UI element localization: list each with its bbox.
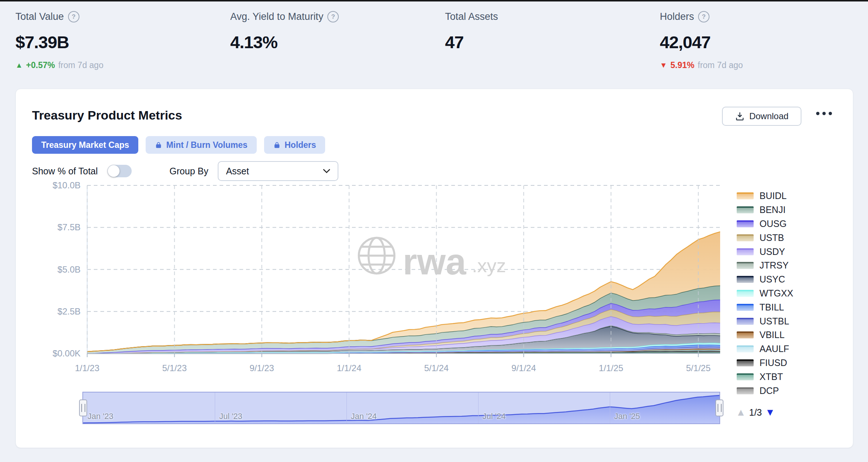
minimap-divider [215, 392, 215, 423]
legend-item-buidl[interactable]: BUIDL [737, 189, 793, 203]
y-axis-label: $5.0B [22, 264, 81, 275]
toggle-knob [108, 165, 120, 177]
legend-swatch [737, 206, 754, 213]
tab-label: Mint / Burn Volumes [166, 140, 248, 150]
x-axis-label: 1/1/25 [599, 363, 623, 373]
download-button[interactable]: Download [722, 107, 801, 126]
stat-value: $7.39B [15, 32, 230, 52]
treasury-metrics-card: Treasury Product Metrics Download Treasu… [15, 89, 853, 448]
page-root: Total Value?$7.39B▲+0.57%from 7d agoAvg.… [0, 0, 868, 462]
legend-swatch [737, 345, 754, 352]
tab-mint-burn-volumes[interactable]: Mint / Burn Volumes [146, 136, 257, 154]
minimap-axis-label: Jul '24 [483, 412, 506, 421]
tab-holders[interactable]: Holders [264, 136, 326, 154]
triangle-up-icon: ▲ [15, 61, 23, 70]
legend-item-usyc[interactable]: USYC [737, 273, 793, 287]
x-axis-label: 9/1/23 [249, 363, 274, 373]
minimap-divider [478, 392, 479, 423]
stat-label: Total Assets [445, 11, 660, 22]
legend-swatch [737, 387, 754, 394]
legend-pager: ▲ 1/3 ▼ [736, 407, 775, 418]
top-border [0, 0, 868, 1]
legend-item-xtbt[interactable]: XTBT [737, 370, 793, 384]
tab-label: Holders [285, 140, 316, 150]
tab-treasury-market-caps[interactable]: Treasury Market Caps [32, 136, 138, 154]
legend-label: AAULF [760, 344, 789, 354]
legend-item-aaulf[interactable]: AAULF [737, 342, 793, 356]
stat-total-assets: Total Assets47 [445, 11, 660, 70]
legend-item-dcp[interactable]: DCP [737, 384, 793, 398]
stat-label-text: Total Value [15, 11, 64, 22]
show-pct-label: Show % of Total [32, 166, 98, 177]
x-axis-label: 5/1/23 [162, 363, 187, 373]
legend-label: DCP [760, 385, 779, 396]
legend-label: FIUSD [760, 358, 787, 368]
legend-swatch [737, 220, 754, 227]
minimap-range-selector[interactable]: Jan '23Jul '23Jan '24Jul '24Jan '25 [82, 392, 720, 424]
legend-swatch [737, 276, 754, 283]
group-by-label: Group By [170, 166, 209, 177]
stat-change: ▲+0.57%from 7d ago [15, 60, 230, 70]
chevron-down-icon [323, 169, 330, 173]
legend-item-ustbl[interactable]: USTBL [737, 314, 793, 328]
legend-item-ousg[interactable]: OUSG [737, 217, 793, 231]
stat-value: 4.13% [230, 32, 445, 52]
minimap-right-handle[interactable] [715, 399, 723, 416]
change-percent: +0.57% [26, 60, 55, 70]
y-axis-label: $10.0B [22, 180, 81, 191]
x-axis-label: 5/1/25 [686, 363, 711, 373]
legend-page-indicator: 1/3 [749, 407, 762, 418]
download-icon [735, 111, 745, 121]
stat-value: 47 [445, 32, 660, 52]
change-suffix: from 7d ago [58, 60, 103, 70]
legend-swatch [737, 373, 754, 380]
stat-change: ▼5.91%from 7d ago [660, 60, 868, 70]
group-by-value: Asset [226, 166, 249, 177]
minimap-left-handle[interactable] [79, 399, 87, 416]
card-title: Treasury Product Metrics [32, 108, 182, 122]
legend-item-tbill[interactable]: TBILL [737, 300, 793, 314]
minimap-axis-label: Jan '25 [614, 412, 640, 421]
legend-label: OUSG [760, 218, 787, 229]
legend-label: USDY [760, 246, 785, 257]
legend-label: XTBT [760, 372, 783, 382]
help-icon[interactable]: ? [68, 11, 79, 22]
legend-swatch [737, 234, 754, 241]
tab-label: Treasury Market Caps [41, 140, 129, 150]
legend-page-down-icon[interactable]: ▼ [765, 407, 775, 418]
minimap-axis-label: Jan '24 [351, 412, 377, 421]
stat-label-text: Avg. Yield to Maturity [230, 11, 323, 22]
legend-label: TBILL [760, 302, 784, 313]
help-icon[interactable]: ? [698, 11, 709, 22]
legend-item-fiusd[interactable]: FIUSD [737, 356, 793, 370]
show-pct-toggle[interactable] [107, 165, 132, 177]
change-percent: 5.91% [670, 60, 694, 70]
help-icon[interactable]: ? [327, 11, 339, 22]
legend-item-benji[interactable]: BENJI [737, 203, 793, 217]
more-menu-button[interactable] [816, 112, 832, 115]
stat-label: Avg. Yield to Maturity? [230, 11, 445, 22]
triangle-down-icon: ▼ [660, 61, 667, 70]
group-by-select[interactable]: Asset [218, 161, 338, 181]
legend-item-ustb[interactable]: USTB [737, 231, 793, 245]
stat-label-text: Total Assets [445, 11, 498, 22]
minimap-divider [610, 392, 610, 423]
x-axis-label: 9/1/24 [512, 363, 536, 373]
legend-label: WTGXX [760, 288, 793, 299]
stat-label: Total Value? [15, 11, 230, 22]
legend-item-usdy[interactable]: USDY [737, 245, 793, 259]
change-suffix: from 7d ago [698, 60, 743, 70]
legend-item-wtgxx[interactable]: WTGXX [737, 287, 793, 301]
legend-label: BUIDL [760, 191, 787, 201]
stacked-area-chart[interactable] [87, 185, 720, 353]
minimap-axis-label: Jan '23 [88, 412, 113, 421]
legend-label: VBILL [760, 330, 785, 340]
stat-label-text: Holders [660, 11, 694, 22]
stat-holders: Holders?42,047▼5.91%from 7d ago [660, 11, 868, 70]
legend-item-vbill[interactable]: VBILL [737, 328, 793, 342]
x-axis-label: 1/1/24 [337, 363, 362, 373]
legend-label: USYC [760, 274, 785, 285]
legend-item-jtrsy[interactable]: JTRSY [737, 259, 793, 273]
x-axis-label: 1/1/23 [75, 363, 100, 373]
legend-page-up-icon[interactable]: ▲ [736, 407, 746, 418]
